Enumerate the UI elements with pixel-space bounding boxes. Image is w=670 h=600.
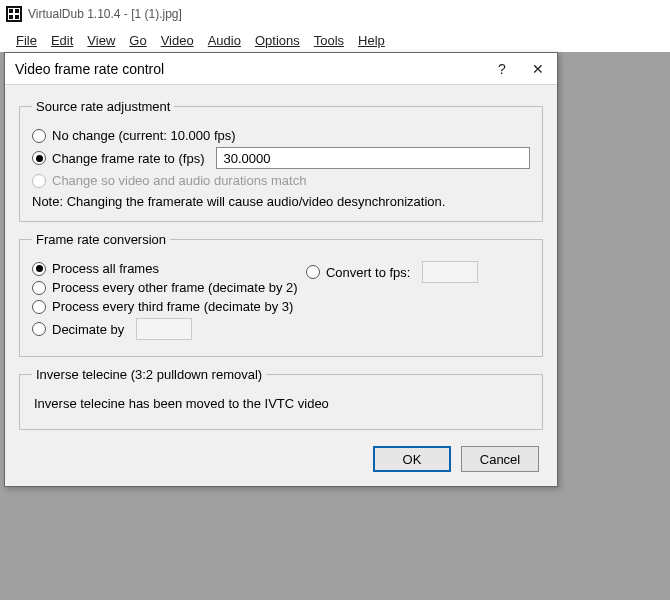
radio-convert-to-fps[interactable] xyxy=(306,265,320,279)
change-fps-input[interactable] xyxy=(216,147,530,169)
menu-video[interactable]: Video xyxy=(155,31,200,50)
radio-decimate2[interactable] xyxy=(32,281,46,295)
radio-convert-to-fps-label[interactable]: Convert to fps: xyxy=(326,265,411,280)
menu-help[interactable]: Help xyxy=(352,31,391,50)
menu-go[interactable]: Go xyxy=(123,31,152,50)
menu-edit[interactable]: Edit xyxy=(45,31,79,50)
radio-decimate-by[interactable] xyxy=(32,322,46,336)
radio-match-av xyxy=(32,174,46,188)
app-icon xyxy=(6,6,22,22)
decimate-by-input[interactable] xyxy=(136,318,192,340)
ivtc-text: Inverse telecine has been moved to the I… xyxy=(32,392,530,417)
menu-audio[interactable]: Audio xyxy=(202,31,247,50)
ivtc-group: Inverse telecine (3:2 pulldown removal) … xyxy=(19,367,543,430)
radio-no-change[interactable] xyxy=(32,129,46,143)
radio-decimate-by-label[interactable]: Decimate by xyxy=(52,322,124,337)
source-note: Note: Changing the framerate will cause … xyxy=(32,194,530,209)
radio-change-fps[interactable] xyxy=(32,151,46,165)
convert-to-fps-input[interactable] xyxy=(422,261,478,283)
app-title: VirtualDub 1.10.4 - [1 (1).jpg] xyxy=(28,7,182,21)
conversion-legend: Frame rate conversion xyxy=(32,232,170,247)
source-rate-legend: Source rate adjustment xyxy=(32,99,174,114)
menu-options[interactable]: Options xyxy=(249,31,306,50)
radio-process-all[interactable] xyxy=(32,262,46,276)
radio-decimate2-label[interactable]: Process every other frame (decimate by 2… xyxy=(52,280,298,295)
svg-rect-2 xyxy=(9,9,13,13)
dialog-titlebar: Video frame rate control ? ✕ xyxy=(5,53,557,85)
ivtc-legend: Inverse telecine (3:2 pulldown removal) xyxy=(32,367,266,382)
radio-no-change-label[interactable]: No change (current: 10.000 fps) xyxy=(52,128,236,143)
dialog-title: Video frame rate control xyxy=(15,61,164,77)
ok-button[interactable]: OK xyxy=(373,446,451,472)
svg-rect-3 xyxy=(15,9,19,13)
svg-rect-4 xyxy=(9,15,13,19)
dialog-close-button[interactable]: ✕ xyxy=(527,58,549,80)
source-rate-group: Source rate adjustment No change (curren… xyxy=(19,99,543,222)
framerate-dialog: Video frame rate control ? ✕ Source rate… xyxy=(4,52,558,487)
menu-tools[interactable]: Tools xyxy=(308,31,350,50)
radio-decimate3[interactable] xyxy=(32,300,46,314)
svg-rect-5 xyxy=(15,15,19,19)
close-icon: ✕ xyxy=(532,61,544,77)
app-titlebar: VirtualDub 1.10.4 - [1 (1).jpg] xyxy=(0,0,670,28)
radio-process-all-label[interactable]: Process all frames xyxy=(52,261,159,276)
radio-match-av-label: Change so video and audio durations matc… xyxy=(52,173,306,188)
cancel-button[interactable]: Cancel xyxy=(461,446,539,472)
conversion-group: Frame rate conversion Process all frames… xyxy=(19,232,543,357)
radio-change-fps-label[interactable]: Change frame rate to (fps) xyxy=(52,151,204,166)
dialog-help-button[interactable]: ? xyxy=(491,58,513,80)
help-icon: ? xyxy=(498,61,506,77)
menubar: File Edit View Go Video Audio Options To… xyxy=(0,28,670,52)
menu-file[interactable]: File xyxy=(10,31,43,50)
menu-view[interactable]: View xyxy=(81,31,121,50)
radio-decimate3-label[interactable]: Process every third frame (decimate by 3… xyxy=(52,299,293,314)
